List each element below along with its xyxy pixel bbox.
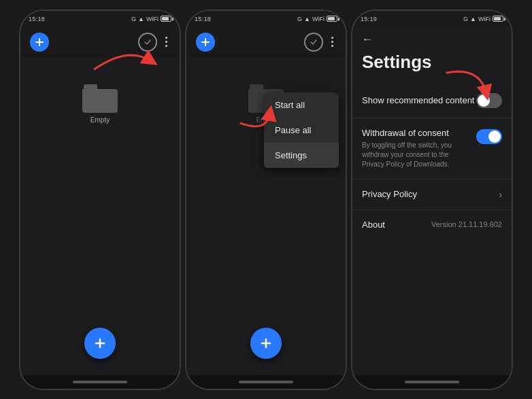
- home-bar-2: [239, 381, 293, 383]
- battery-icon-3: [493, 16, 503, 22]
- home-indicator-1: [20, 375, 180, 389]
- check-icon-1: [144, 38, 152, 46]
- status-bar-1: 15:18 G ▲ WiFi: [20, 11, 180, 27]
- privacy-policy-label: Privacy Policy: [362, 189, 417, 199]
- version-text: Version 21.11.19.602: [431, 220, 502, 228]
- status-time-2: 15:18: [195, 16, 211, 22]
- home-indicator-2: [186, 375, 346, 389]
- signal-icon-2: ▲: [304, 16, 310, 22]
- folder-icon-1[interactable]: [82, 84, 118, 113]
- network-icon-2: G: [297, 16, 302, 22]
- screen-content-2: Emp... Start all Pause all Settings: [186, 57, 346, 375]
- top-bar-left-1: [30, 33, 49, 52]
- signal-icon-3: ▲: [470, 16, 476, 22]
- top-bar-right-2: [304, 33, 336, 52]
- menu-item-start-all[interactable]: Start all: [264, 92, 339, 118]
- phone-1: 15:18 G ▲ WiFi: [19, 10, 181, 390]
- home-bar-1: [73, 381, 127, 383]
- top-bar-right-1: [138, 33, 170, 52]
- folder-container-1: Empty: [82, 84, 118, 124]
- fab-plus-icon-2: [259, 336, 273, 350]
- folder-body-1: [82, 89, 118, 113]
- settings-screen: ← Settings Show recommended content With…: [352, 27, 512, 375]
- phone-1-frame: 15:18 G ▲ WiFi: [19, 10, 181, 390]
- wifi-icon-1: WiFi: [146, 16, 159, 22]
- withdrawal-sub: By toggling off the switch, you withdraw…: [362, 141, 471, 169]
- overflow-menu-button-1[interactable]: [163, 34, 170, 50]
- wifi-icon-2: WiFi: [312, 16, 325, 22]
- status-time-1: 15:18: [29, 16, 45, 22]
- status-icons-1: G ▲ WiFi: [131, 16, 171, 22]
- top-bar-left-2: [196, 33, 215, 52]
- plus-icon-2: [201, 37, 210, 47]
- toggle-knob-recommended: [478, 94, 490, 107]
- add-button-2[interactable]: [196, 33, 215, 52]
- chevron-right-icon: ›: [499, 189, 502, 200]
- withdrawal-label: Withdrawal of consent: [362, 128, 471, 138]
- plus-icon-1: [35, 37, 44, 47]
- top-bar-2: [186, 27, 346, 57]
- status-icons-3: G ▲ WiFi: [463, 16, 503, 22]
- add-button-1[interactable]: [30, 33, 49, 52]
- back-bar: ←: [352, 27, 512, 52]
- toggle-knob-withdrawal: [488, 131, 501, 143]
- fab-plus-icon-1: [93, 336, 107, 350]
- phone-2-frame: 15:18 G ▲ WiFi: [185, 10, 347, 390]
- overflow-menu-button-2[interactable]: [329, 34, 336, 50]
- phone-3-frame: 15:19 G ▲ WiFi ← Settings Show recommend…: [351, 10, 513, 390]
- home-bar-3: [405, 381, 459, 383]
- status-icons-2: G ▲ WiFi: [297, 16, 337, 22]
- battery-icon-1: [161, 16, 171, 22]
- show-recommended-label: Show recommended content: [362, 95, 474, 105]
- show-recommended-row: Show recommended content: [352, 84, 512, 118]
- fab-button-1[interactable]: [84, 328, 116, 359]
- about-row: About Version 21.11.19.602: [352, 210, 512, 239]
- check-button-2[interactable]: [304, 33, 323, 52]
- menu-item-pause-all[interactable]: Pause all: [264, 118, 339, 143]
- status-bar-3: 15:19 G ▲ WiFi: [352, 11, 512, 27]
- signal-icon-1: ▲: [138, 16, 144, 22]
- status-time-3: 15:19: [361, 16, 377, 22]
- network-icon-1: G: [131, 16, 136, 22]
- fab-button-2[interactable]: [250, 328, 282, 359]
- folder-tab-2: [250, 84, 263, 89]
- screen-content-1: Empty: [20, 57, 180, 375]
- battery-icon-2: [327, 16, 337, 22]
- about-label: About: [362, 220, 385, 230]
- dropdown-menu: Start all Pause all Settings: [264, 92, 339, 168]
- wifi-icon-3: WiFi: [478, 16, 491, 22]
- back-arrow-icon[interactable]: ←: [362, 33, 373, 46]
- menu-item-settings[interactable]: Settings: [264, 143, 339, 168]
- phone-2: 15:18 G ▲ WiFi: [185, 10, 347, 390]
- check-icon-2: [310, 38, 318, 46]
- check-button-1[interactable]: [138, 33, 157, 52]
- privacy-policy-row[interactable]: Privacy Policy ›: [352, 179, 512, 210]
- home-indicator-3: [352, 375, 512, 389]
- network-icon-3: G: [463, 16, 468, 22]
- withdrawal-row: Withdrawal of consent By toggling off th…: [352, 118, 512, 179]
- top-bar-1: [20, 27, 180, 57]
- folder-label-1: Empty: [90, 116, 110, 124]
- phone-3: 15:19 G ▲ WiFi ← Settings Show recommend…: [351, 10, 513, 390]
- withdrawal-toggle[interactable]: [476, 129, 502, 144]
- settings-title: Settings: [352, 52, 512, 84]
- status-bar-2: 15:18 G ▲ WiFi: [186, 11, 346, 27]
- folder-tab-1: [84, 84, 97, 89]
- show-recommended-toggle[interactable]: [476, 93, 502, 108]
